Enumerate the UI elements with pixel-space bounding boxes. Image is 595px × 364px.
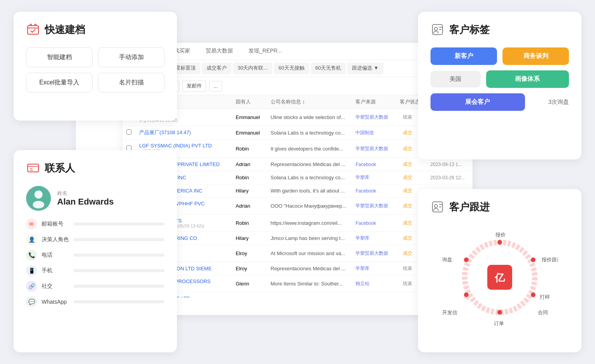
svg-point-22	[464, 257, 469, 262]
quick-archive-title: 快速建档	[26, 23, 164, 37]
row-desc-4: Solana Labs is a technology co...	[267, 171, 352, 184]
tags-row-3: 展会客户 3次询盘	[430, 93, 569, 111]
customer-follow-card: 客户跟进 亿 报价 报价跟进 打样	[418, 189, 581, 352]
row-desc-1: Solana Labs is a technology co...	[267, 126, 352, 140]
row-source-11: 独立站	[352, 275, 396, 292]
svg-point-17	[497, 240, 502, 245]
tag-portrait-system[interactable]: 画像体系	[486, 70, 569, 88]
btn-excel-import[interactable]: Excel批量导入	[26, 73, 93, 93]
tags-row-1: 新客户 商务谈判	[430, 47, 569, 65]
tags-row-2: 美国 画像体系	[430, 70, 569, 88]
row-company-1: 产品展厂(37108 14:47)	[135, 126, 232, 140]
subtab-deal[interactable]: 成交客户	[202, 63, 231, 74]
row-source-9: 学塑贸易大数据	[352, 245, 396, 262]
row-owner-11: Glenn	[232, 275, 267, 292]
row-owner-1: Emmanuel	[232, 126, 267, 140]
toolbar-email[interactable]: 发邮件	[182, 80, 206, 92]
row-owner-8: Hilary	[232, 232, 267, 245]
company-name-1[interactable]: 产品展厂(37108 14:47)	[139, 129, 228, 136]
tag-exhibition[interactable]: 展会客户	[430, 93, 525, 111]
row-source-0: 学塑贸易大数据	[352, 109, 396, 126]
row-source-4: 学塑库	[352, 171, 396, 184]
row-desc-10: Representaciones Médicas del ...	[267, 262, 352, 275]
btn-grid: 智能建档 手动添加 Excel批量导入 名片扫描	[26, 47, 164, 93]
contact-name-label: 姓名	[57, 190, 114, 197]
svg-point-3	[434, 27, 438, 30]
row-desc-12: Amarjothi Spinning Mills Ltd. Ab...	[267, 292, 352, 298]
contact-name-block: 姓名 Alan Edwards	[57, 190, 114, 207]
main-container: ◈ 卜属 ✉ 孚盟邮 🛍 商品 › ⊙ 发现 客户管理 找买家 贸易大数据 发现…	[14, 12, 581, 352]
field-mobile: 📱 手机	[26, 265, 164, 276]
row-date-3: 2023-09-13 1...	[427, 158, 472, 171]
email-label: 邮箱账号	[42, 220, 69, 228]
contact-avatar	[26, 186, 51, 211]
phone-label: 电话	[42, 252, 69, 259]
svg-text:询盘: 询盘	[442, 257, 452, 262]
field-whatsapp: 💬 WhatsApp	[26, 296, 164, 307]
row-owner-10: Elroy	[232, 262, 267, 275]
row-desc-2: It gives developers the confide...	[267, 140, 352, 158]
row-desc-0: Uline stocks a wide selection of...	[267, 109, 352, 126]
whatsapp-label: WhatsApp	[42, 299, 69, 305]
tag-usa[interactable]: 美国	[430, 71, 481, 88]
subtab-60nocontact[interactable]: 60天无接触	[274, 63, 309, 74]
svg-text:开发信: 开发信	[442, 310, 457, 315]
toolbar-more[interactable]: ...	[209, 81, 222, 91]
svg-point-11	[33, 201, 44, 209]
row-owner-7: Robin	[232, 215, 267, 232]
field-social: 🔗 社交	[26, 281, 164, 292]
btn-manual-add[interactable]: 手动添加	[98, 47, 164, 67]
svg-text:订单: 订单	[494, 320, 504, 326]
social-value	[74, 285, 164, 288]
svg-rect-0	[28, 26, 38, 34]
checkbox-1[interactable]	[126, 130, 131, 135]
field-role: 👤 决策人角色	[26, 234, 164, 245]
row-owner-5: Hilary	[232, 184, 267, 198]
social-icon: 🔗	[26, 281, 37, 292]
row-owner-3: Adrian	[232, 158, 267, 171]
contact-icon	[26, 161, 40, 175]
subtab-60nomachine[interactable]: 60天无售机	[311, 63, 346, 74]
row-owner-6: Adrian	[232, 198, 267, 215]
svg-point-13	[434, 205, 438, 208]
row-owner-2: Robin	[232, 140, 267, 158]
btn-smart-archive[interactable]: 智能建档	[26, 47, 93, 67]
row-source-8: 学塑库	[352, 232, 396, 245]
tab-trade-data[interactable]: 贸易大数据	[198, 43, 241, 60]
row-source-10: 学塑库	[352, 262, 396, 275]
email-value	[74, 222, 164, 226]
row-checkbox-1[interactable]	[122, 126, 135, 140]
svg-point-18	[531, 257, 536, 262]
subtab-30days[interactable]: 30天内有联...	[233, 63, 272, 74]
row-source-3: Facebook	[352, 158, 396, 171]
customer-follow-title-text: 客户跟进	[449, 200, 490, 214]
row-status-4: 成交	[396, 171, 427, 184]
contact-title-text: 联系人	[45, 161, 75, 175]
row-desc-9: At Microsoft our mission and va...	[267, 245, 352, 262]
company-name-2[interactable]: LGF SYSMAC (INDIA) PVT LTD	[139, 143, 228, 149]
tag-new-customer[interactable]: 新客户	[430, 47, 497, 65]
svg-rect-6	[28, 164, 38, 172]
row-desc-3: Representaciones Médicas del ...	[267, 158, 352, 171]
svg-point-10	[34, 191, 42, 199]
mobile-label: 手机	[42, 267, 69, 274]
whatsapp-value	[74, 300, 164, 303]
customer-tags-title: 客户标签	[430, 23, 569, 37]
tag-business-negotiation[interactable]: 商务谈判	[502, 47, 569, 65]
svg-text:打样: 打样	[539, 294, 550, 300]
row-source-12: 独立站	[352, 292, 396, 298]
row-source-6: 学塑贸易大数据	[352, 198, 396, 215]
tag-inquiry-count: 3次询盘	[530, 98, 569, 106]
field-email: ✉ 邮箱账号	[26, 219, 164, 229]
row-desc-5: With garden tools, it's all about ...	[267, 184, 352, 198]
subtab-followup[interactable]: 跟进偏选 ▼	[347, 63, 383, 74]
col-owner: 固有人	[232, 95, 267, 109]
role-label: 决策人角色	[42, 236, 69, 243]
contact-fields: ✉ 邮箱账号 👤 决策人角色 📞 电话 📱 手机 🔗 社交	[26, 219, 164, 307]
whatsapp-icon: 💬	[26, 296, 37, 307]
tab-discover[interactable]: 发现_REPR...	[241, 43, 290, 60]
btn-card-scan[interactable]: 名片扫描	[98, 73, 164, 93]
svg-point-20	[497, 310, 502, 315]
row-owner-12: Glenn	[232, 292, 267, 298]
customer-tags-card: 客户标签 新客户 商务谈判 美国 画像体系 展会客户 3次询盘	[418, 12, 581, 159]
